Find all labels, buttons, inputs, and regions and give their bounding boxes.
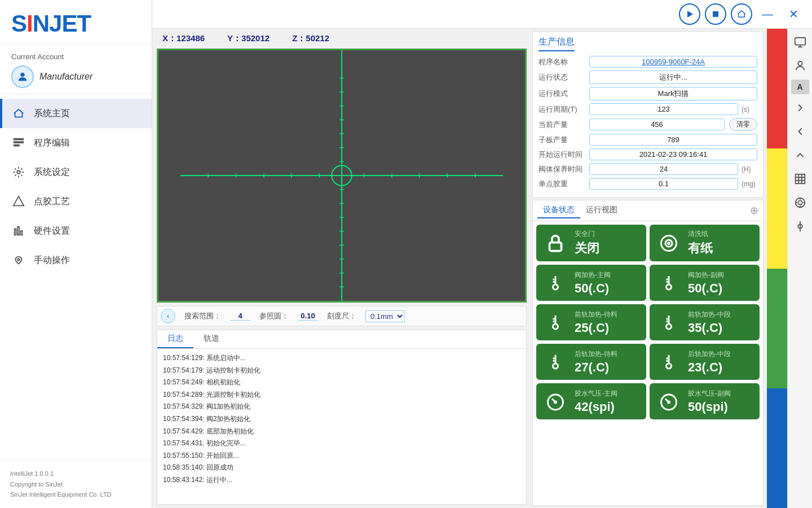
sidebar-item-home[interactable]: 系统主页	[0, 99, 152, 128]
card-title-valve-heat-main: 阀加热-主阀	[575, 270, 641, 280]
card-title-safety-door: 安全门	[575, 229, 641, 239]
thermometer-icon	[655, 269, 682, 296]
svg-point-49	[667, 364, 672, 369]
copyright-label: Copyright to SinJet	[10, 479, 142, 490]
lock-icon	[542, 230, 569, 257]
sidebar-item-settings[interactable]: 系统设定	[0, 157, 152, 187]
color-block-3[interactable]	[767, 388, 787, 508]
card-value-front-rail-wait: 25(.C)	[575, 321, 641, 335]
sidebar: SINJET Current Account Manufacturer 系统主页…	[0, 0, 152, 508]
mic-icon-btn[interactable]	[790, 216, 810, 237]
person-icon-btn[interactable]	[790, 56, 810, 76]
tab-log[interactable]: 日志	[157, 330, 193, 348]
back-button[interactable]: ‹	[161, 309, 175, 323]
tab-track[interactable]: 轨道	[193, 330, 230, 348]
gauge-icon	[655, 388, 682, 415]
main: — ✕ X：123486 Y：352012 Z：50212	[152, 0, 812, 508]
prod-label-8: 单点胶重	[539, 179, 589, 189]
home-button[interactable]	[731, 3, 752, 25]
sidebar-item-manual[interactable]: 手动操作	[0, 246, 152, 275]
device-card-valve-heat-main: 阀加热-主阀 50(.C)	[536, 265, 646, 301]
device-status-area: 设备状态 运行视图 ⊕ 安全门 关闭 清洗纸 有纸 阀加热-主阀 50(.C)	[532, 200, 764, 506]
prod-row-0: 程序名称 100959-9060F-24A	[539, 56, 757, 68]
card-title-valve-heat-sub: 阀加热-副阀	[688, 270, 754, 280]
circle-target-icon	[655, 230, 682, 257]
color-block-0[interactable]	[767, 29, 787, 148]
play-button[interactable]	[679, 3, 700, 25]
prod-unit-8: (mg)	[742, 180, 757, 188]
arrow-left-icon-btn[interactable]	[790, 121, 810, 142]
sidebar-item-program[interactable]: 程序编辑	[0, 128, 152, 157]
color-block-2[interactable]	[767, 269, 787, 388]
svg-rect-1	[14, 139, 24, 140]
tab-device-status[interactable]: 设备状态	[537, 203, 580, 218]
scale-select[interactable]: 0.1mm 0.5mm 1.0mm	[365, 310, 405, 322]
prod-value-0: 100959-9060F-24A	[589, 56, 757, 68]
thermometer-icon	[655, 348, 682, 375]
device-card-glue-pressure-main: 胶水气压-主阀 42(spi)	[536, 383, 646, 419]
svg-rect-6	[15, 229, 16, 235]
manual-icon	[11, 253, 26, 268]
card-value-valve-heat-sub: 50(.C)	[688, 281, 754, 296]
target-icon-btn[interactable]	[790, 192, 810, 213]
log-entry: 10:57:54:289: 光源控制卡初始化	[163, 389, 520, 401]
prod-label-4: 当前产量	[539, 120, 589, 130]
scale-label: 刻度尺：	[327, 311, 356, 321]
search-label: 搜索范围：	[184, 311, 221, 321]
card-value-rear-rail-wait: 27(.C)	[575, 360, 641, 375]
logo: SINJET	[11, 10, 140, 37]
coords-bar: X：123486 Y：352012 Z：50212	[157, 32, 527, 45]
color-bar	[767, 29, 787, 508]
prod-label-2: 运行模式	[539, 89, 589, 99]
prod-value-4: 456	[589, 119, 725, 130]
avatar	[11, 65, 34, 88]
z-value: 50212	[306, 33, 329, 43]
prod-unit-7: (H)	[742, 165, 757, 173]
account-area: Current Account Manufacturer	[0, 45, 152, 94]
search-value: 4	[230, 312, 250, 321]
thermometer-icon	[542, 348, 569, 375]
x-value: 123486	[176, 33, 205, 43]
svg-point-44	[553, 284, 558, 290]
prod-row-5: 子板产量 789	[539, 134, 757, 146]
arrow-up-icon-btn[interactable]	[790, 145, 810, 165]
device-card-valve-heat-sub: 阀加热-副阀 50(.C)	[650, 265, 760, 301]
close-button[interactable]: ✕	[783, 3, 804, 25]
prod-row-3: 运行周期(T) 123 (s)	[539, 103, 757, 115]
z-label: Z：50212	[292, 33, 329, 44]
add-tab-button[interactable]: ⊕	[750, 204, 758, 217]
device-card-rear-rail-wait: 后轨加热-待料 27(.C)	[536, 344, 646, 380]
card-title-cleaning-paper: 清洗纸	[688, 229, 754, 239]
prod-label-1: 运行状态	[539, 72, 589, 82]
minimize-button[interactable]: —	[757, 3, 778, 25]
sidebar-item-dispense[interactable]: 点胶工艺	[0, 187, 152, 216]
tab-run-view[interactable]: 运行视图	[580, 203, 623, 218]
hardware-icon	[11, 224, 26, 238]
log-entry: 10:58:35:140: 回原成功	[163, 462, 520, 474]
arrow-right-icon-btn[interactable]	[790, 98, 810, 118]
color-block-1[interactable]	[767, 148, 787, 268]
device-card-rear-rail-mid: 后轨加热-中段 23(.C)	[650, 344, 760, 380]
production-rows: 程序名称 100959-9060F-24A 运行状态 运行中... 运行模式 M…	[539, 56, 757, 190]
log-entry: 10:57:54:329: 阀1加热初始化	[163, 401, 520, 413]
production-title: 生产信息	[539, 36, 575, 51]
log-entry: 10:57:54:429: 底部加热初始化	[163, 426, 520, 438]
monitor-icon-btn[interactable]	[790, 32, 810, 52]
company-label: SinJet Intelligent Equipment Co. LTD	[10, 489, 142, 500]
sidebar-item-hardware[interactable]: 硬件设置	[0, 216, 152, 246]
camera-view	[157, 49, 527, 303]
svg-point-47	[667, 324, 672, 329]
svg-rect-3	[14, 145, 19, 146]
table-icon-btn[interactable]	[790, 169, 810, 189]
card-value-cleaning-paper: 有纸	[688, 240, 754, 257]
prod-label-7: 阀体保养时间	[539, 164, 589, 174]
stop-button[interactable]	[705, 3, 726, 25]
card-value-valve-heat-main: 50(.C)	[575, 281, 641, 296]
log-entry: 10:58:43:142: 运行中...	[163, 474, 520, 487]
clear-button[interactable]: 清零	[729, 118, 757, 131]
card-value-safety-door: 关闭	[575, 240, 641, 257]
svg-rect-56	[795, 174, 805, 184]
svg-rect-8	[21, 231, 23, 235]
program-icon	[11, 135, 26, 150]
card-title-front-rail-mid: 前轨加热-中段	[688, 310, 754, 319]
